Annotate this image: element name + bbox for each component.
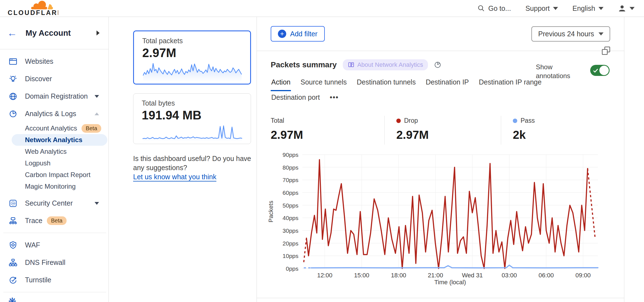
sidebar-item-carbon-impact-report[interactable]: Carbon Impact Report <box>0 169 108 181</box>
sidebar-item-analytics-logs[interactable]: Analytics & Logs <box>0 105 108 122</box>
sidebar-item-account-analytics[interactable]: Account Analytics Beta <box>0 122 108 134</box>
account-menu[interactable] <box>618 4 635 12</box>
svg-text:80pps: 80pps <box>283 164 298 171</box>
show-annotations-toggle[interactable] <box>590 65 610 76</box>
chevron-down-icon <box>599 7 604 10</box>
svg-text:Packets: Packets <box>268 201 274 222</box>
chevron-right-icon[interactable] <box>97 30 100 35</box>
sidebar-item-label: WAF <box>25 241 40 249</box>
sidebar-item-logpush[interactable]: Logpush <box>0 157 108 169</box>
sidebar-item-label: Logpush <box>25 159 50 167</box>
stat-value: 2.97M <box>271 128 384 142</box>
tab-destination-port[interactable]: Destination port <box>271 91 320 106</box>
chevron-down-icon <box>599 32 604 35</box>
svg-text:03:00: 03:00 <box>502 272 517 279</box>
tab-destination-ip-range[interactable]: Destination IP range <box>478 76 542 91</box>
pass-legend-dot <box>513 119 517 123</box>
packets-summary-chart[interactable]: 0pps10pps20pps30pps40pps50pps60pps70pps8… <box>268 143 612 287</box>
check-icon <box>592 67 600 75</box>
goto-label: Go to... <box>488 4 511 12</box>
sidebar-item-label: Network Analytics <box>25 136 82 144</box>
pie-chart-icon <box>8 109 18 119</box>
sidebar-item-websites[interactable]: Websites <box>0 53 108 70</box>
divider <box>3 233 106 233</box>
summary-cards-column: Total packets 2.97M Total bytes 191.94 M… <box>133 30 251 181</box>
add-filter-label: Add filter <box>290 30 318 38</box>
chevron-down-icon <box>95 95 99 98</box>
expand-icon[interactable] <box>601 46 611 55</box>
user-icon <box>618 4 626 12</box>
beta-badge: Beta <box>47 216 67 225</box>
svg-text:12:00: 12:00 <box>317 272 332 279</box>
search-icon <box>478 5 485 12</box>
back-arrow-icon[interactable]: ← <box>7 28 17 38</box>
total-packets-card[interactable]: Total packets 2.97M <box>133 30 251 85</box>
refresh-check-icon <box>8 275 18 285</box>
security-badge-icon <box>8 199 18 208</box>
time-range-select[interactable]: Previous 24 hours <box>531 26 610 42</box>
sidebar-item-label: DNS Firewall <box>25 259 65 267</box>
tab-destination-ip[interactable]: Destination IP <box>425 76 470 91</box>
sidebar-item-label: Domain Registration <box>25 92 88 100</box>
svg-text:15:00: 15:00 <box>354 272 369 279</box>
show-annotations-label: Show annotations <box>536 63 575 80</box>
tab-destination-tunnels[interactable]: Destination tunnels <box>356 76 416 91</box>
beta-badge: Beta <box>82 124 101 133</box>
sidebar-item-discover[interactable]: Discover <box>0 70 108 88</box>
tab-source-tunnels[interactable]: Source tunnels <box>300 76 347 91</box>
sidebar-item-waf[interactable]: WAF <box>0 236 108 254</box>
sidebar-item-dns-firewall[interactable]: DNS Firewall <box>0 254 108 271</box>
sidebar-item-network-analytics[interactable]: Network Analytics <box>12 134 107 146</box>
account-title: My Account <box>26 29 71 38</box>
card-value: 2.97M <box>142 46 242 60</box>
support-label: Support <box>525 4 550 12</box>
svg-text:CLOUDFLARE: CLOUDFLARE <box>8 9 58 16</box>
tab-more[interactable]: ••• <box>329 91 339 106</box>
stat-drop: Drop 2.97M <box>384 116 501 145</box>
stat-pass: Pass 2k <box>501 116 624 145</box>
svg-text:50pps: 50pps <box>283 202 298 209</box>
feedback-question: Is this dashboard useful? Do you have an… <box>133 154 252 172</box>
svg-text:Time (local): Time (local) <box>434 279 466 286</box>
svg-text:06:00: 06:00 <box>539 272 554 279</box>
svg-text:10pps: 10pps <box>283 253 298 259</box>
time-range-label: Previous 24 hours <box>538 30 594 38</box>
feedback-link[interactable]: Let us know what you think <box>133 173 216 181</box>
lightbulb-icon <box>8 74 18 84</box>
sidebar-item-label: Account Analytics <box>25 124 77 132</box>
tab-action[interactable]: Action <box>271 76 291 91</box>
sidebar-item-label: Trace <box>25 217 42 225</box>
language-menu[interactable]: English <box>572 4 604 12</box>
cloudflare-logo[interactable]: CLOUDFLARE <box>6 0 58 17</box>
stat-label: Pass <box>521 117 535 124</box>
sidebar-item-label: Security Center <box>25 199 73 207</box>
sidebar-item-security-center[interactable]: Security Center <box>0 194 108 212</box>
stat-value: 2k <box>513 128 624 142</box>
goto-search[interactable]: Go to... <box>478 4 511 12</box>
support-menu[interactable]: Support <box>525 4 558 12</box>
stat-total: Total 2.97M <box>271 116 384 145</box>
svg-text:09:00: 09:00 <box>575 272 591 279</box>
sidebar-item-web-analytics[interactable]: Web Analytics <box>0 146 108 157</box>
chevron-up-icon <box>95 112 99 115</box>
sidebar-item-trace[interactable]: Trace Beta <box>0 212 108 229</box>
total-packets-sparkline <box>142 62 242 81</box>
about-network-analytics-badge[interactable]: About Network Analytics <box>343 59 428 70</box>
tabs: Action Source tunnels Destination tunnel… <box>271 76 551 106</box>
sidebar-item-domain-registration[interactable]: Domain Registration <box>0 88 108 105</box>
sidebar-item-turnstile[interactable]: Turnstile <box>0 271 108 289</box>
pie-slice-icon[interactable] <box>434 61 441 68</box>
svg-text:Wed 31: Wed 31 <box>462 272 483 279</box>
total-bytes-card[interactable]: Total bytes 191.94 MB <box>133 93 251 144</box>
main-panel: + Add filter Previous 24 hours Packets s… <box>257 17 624 302</box>
total-bytes-sparkline <box>142 124 243 141</box>
sidebar-item-label: Websites <box>25 57 53 65</box>
sidebar-item-magic-monitoring[interactable]: Magic Monitoring <box>0 181 108 192</box>
svg-text:90pps: 90pps <box>283 152 298 158</box>
svg-text:20pps: 20pps <box>283 240 298 247</box>
stat-label: Drop <box>404 117 418 124</box>
add-filter-button[interactable]: + Add filter <box>271 26 325 42</box>
svg-text:18:00: 18:00 <box>391 272 406 279</box>
section-title: Packets summary <box>271 60 337 69</box>
svg-text:40pps: 40pps <box>283 215 298 221</box>
